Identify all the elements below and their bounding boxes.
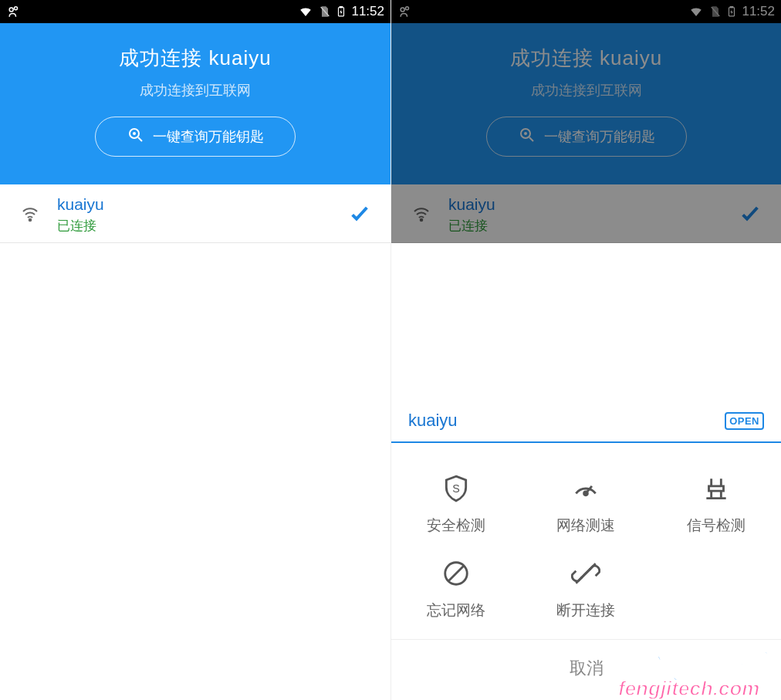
hero-title: 成功连接 kuaiyu [404,45,769,72]
svg-rect-12 [731,7,734,8]
wifi-ssid: kuaiyu [57,195,104,214]
screen-left: 11:52 成功连接 kuaiyu 成功连接到互联网 一键查询万能钥匙 kuai… [0,0,390,700]
hero-subtitle: 成功连接到互联网 [12,81,378,100]
status-time: 11:52 [351,4,384,19]
wifi-ssid: kuaiyu [448,195,495,214]
dimmed-background: 11:52 成功连接 kuaiyu 成功连接到互联网 一键查询万能钥匙 kuai… [391,0,781,243]
status-bar: 11:52 [0,0,390,23]
sim-off-icon [319,5,331,19]
action-label: 断开连接 [556,600,615,621]
wifi-info: kuaiyu 已连接 [448,195,495,235]
wifi-status-icon [688,5,705,19]
wifi-icon [19,205,43,226]
query-key-label: 一键查询万能钥匙 [544,127,655,146]
svg-text:S: S [452,482,460,495]
status-bar: 11:52 [391,0,781,23]
wifi-status-icon [297,5,314,19]
app-indicator-icon [397,4,413,19]
screen-right: 11:52 成功连接 kuaiyu 成功连接到互联网 一键查询万能钥匙 kuai… [390,0,781,700]
action-label: 网络测速 [556,516,615,536]
action-forget[interactable]: 忘记网络 [391,550,521,634]
svg-point-6 [133,132,136,135]
sim-off-icon [709,5,722,19]
status-time: 11:52 [742,4,775,19]
app-indicator-icon [6,4,22,19]
action-grid: S 安全检测 网络测速 信号检测 忘记网络 断开连接 [391,443,781,639]
svg-point-15 [421,218,423,221]
battery-charging-icon [726,4,737,19]
wifi-status: 已连接 [57,217,104,235]
svg-point-1 [15,7,18,10]
connection-hero: 成功连接 kuaiyu 成功连接到互联网 一键查询万能钥匙 [0,23,390,184]
action-security[interactable]: S 安全检测 [391,465,521,550]
connection-hero: 成功连接 kuaiyu 成功连接到互联网 一键查询万能钥匙 [391,23,781,184]
wifi-row[interactable]: kuaiyu 已连接 [0,184,390,243]
svg-line-19 [449,566,464,581]
sheet-header: kuaiyu OPEN [391,397,781,441]
open-badge: OPEN [725,412,764,430]
sheet-ssid: kuaiyu [408,411,458,431]
sheet-cancel[interactable]: 取消 [391,639,781,700]
wifi-action-sheet: kuaiyu OPEN S 安全检测 网络测速 信号检测 忘记网络 [391,397,781,700]
hero-title: 成功连接 kuaiyu [12,45,378,72]
action-label: 信号检测 [687,516,746,536]
svg-rect-4 [340,7,343,8]
svg-point-7 [29,218,32,221]
query-key-label: 一键查询万能钥匙 [153,127,264,146]
query-key-button[interactable]: 一键查询万能钥匙 [95,117,296,157]
connected-check-icon [738,201,762,229]
wifi-info: kuaiyu 已连接 [57,195,104,235]
battery-charging-icon [336,4,347,19]
wifi-row[interactable]: kuaiyu 已连接 [391,184,781,243]
wifi-status: 已连接 [448,217,495,235]
action-speed[interactable]: 网络测速 [521,465,651,550]
hero-subtitle: 成功连接到互联网 [404,81,769,100]
query-key-button[interactable]: 一键查询万能钥匙 [486,117,687,157]
action-disconnect[interactable]: 断开连接 [521,550,651,634]
svg-point-8 [401,8,404,12]
action-label: 忘记网络 [427,600,485,621]
magnify-key-icon [127,126,145,148]
svg-line-21 [576,563,596,583]
magnify-key-icon [518,126,536,148]
wifi-icon [410,205,434,226]
svg-point-0 [9,8,13,12]
action-signal[interactable]: 信号检测 [651,465,781,550]
svg-point-14 [524,132,527,135]
action-label: 安全检测 [427,516,485,536]
svg-point-9 [406,7,409,10]
connected-check-icon [347,201,372,229]
